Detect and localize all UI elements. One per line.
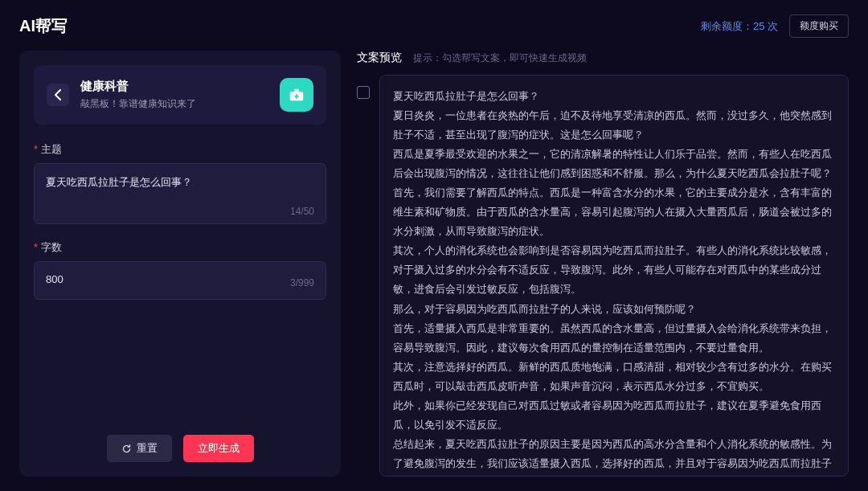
category-icon-badge	[280, 78, 313, 112]
category-card: 健康科普 敲黑板！靠谱健康知识来了	[34, 65, 326, 125]
chevron-left-icon	[54, 89, 62, 100]
words-value: 800	[46, 273, 63, 293]
words-counter: 3/999	[290, 277, 314, 288]
quota-info: 剩余额度：25 次	[701, 19, 778, 34]
preview-paragraph: 夏天吃西瓜拉肚子是怎么回事？	[393, 87, 835, 106]
topbar-right: 剩余额度：25 次 额度购买	[701, 14, 849, 38]
preview-paragraph: 西瓜是夏季最受欢迎的水果之一，它的清凉解暑的特性让人们乐于品尝。然而，有些人在吃…	[393, 145, 835, 183]
preview-paragraph: 那么，对于容易因为吃西瓜而拉肚子的人来说，应该如何预防呢？	[393, 300, 835, 319]
preview-paragraph: 首先，我们需要了解西瓜的特点。西瓜是一种富含水分的水果，它的主要成分是水，含有丰…	[393, 183, 835, 241]
svg-rect-1	[294, 89, 299, 92]
reset-label: 重置	[137, 441, 158, 456]
svg-rect-3	[294, 96, 299, 97]
words-input[interactable]: 800 3/999	[34, 261, 326, 300]
category-subtitle: 敲黑板！靠谱健康知识来了	[80, 97, 268, 111]
preview-text-box[interactable]: 夏天吃西瓜拉肚子是怎么回事？夏日炎炎，一位患者在炎热的午后，迫不及待地享受清凉的…	[379, 75, 849, 477]
preview-hint: 提示：勾选帮写文案，即可快速生成视频	[413, 51, 587, 65]
right-panel: 文案预览 提示：勾选帮写文案，即可快速生成视频 夏天吃西瓜拉肚子是怎么回事？夏日…	[354, 51, 849, 477]
left-actions: 重置 立即生成	[34, 435, 326, 462]
preview-paragraph: 其次，个人的消化系统也会影响到是否容易因为吃西瓜而拉肚子。有些人的消化系统比较敏…	[393, 241, 835, 299]
preview-title: 文案预览	[357, 51, 402, 65]
category-title: 健康科普	[80, 79, 268, 94]
preview-paragraph: 此外，如果你已经发现自己对西瓜过敏或者容易因为吃西瓜而拉肚子，建议在夏季避免食用…	[393, 396, 835, 435]
refresh-icon	[121, 444, 132, 454]
preview-paragraph: 夏日炎炎，一位患者在炎热的午后，迫不及待地享受清凉的西瓜。然而，没过多久，他突然…	[393, 106, 835, 145]
topic-label: 主题	[34, 142, 326, 157]
left-panel: 健康科普 敲黑板！靠谱健康知识来了 主题 夏天吃西瓜拉肚子是怎么回事？ 14/5…	[19, 51, 341, 477]
topic-value: 夏天吃西瓜拉肚子是怎么回事？	[46, 175, 314, 194]
topbar: AI帮写 剩余额度：25 次 额度购买	[19, 14, 849, 38]
quota-count: 25 次	[753, 20, 778, 32]
topic-counter: 14/50	[46, 206, 314, 217]
topic-input[interactable]: 夏天吃西瓜拉肚子是怎么回事？ 14/50	[34, 163, 326, 224]
medkit-icon	[288, 86, 305, 104]
select-checkbox[interactable]	[357, 86, 370, 99]
generate-button[interactable]: 立即生成	[183, 435, 254, 462]
quota-label: 剩余额度：	[701, 20, 753, 32]
words-label: 字数	[34, 240, 326, 255]
app-title: AI帮写	[19, 15, 68, 37]
reset-button[interactable]: 重置	[107, 435, 172, 462]
preview-paragraph: 总结起来，夏天吃西瓜拉肚子的原因主要是因为西瓜的高水分含量和个人消化系统的敏感性…	[393, 435, 835, 477]
back-button[interactable]	[47, 84, 69, 106]
preview-paragraph: 首先，适量摄入西瓜是非常重要的。虽然西瓜的含水量高，但过量摄入会给消化系统带来负…	[393, 319, 835, 358]
preview-paragraph: 其次，注意选择好的西瓜。新鲜的西瓜质地饱满，口感清甜，相对较少含有过多的水分。在…	[393, 358, 835, 396]
preview-header: 文案预览 提示：勾选帮写文案，即可快速生成视频	[354, 51, 849, 65]
buy-quota-button[interactable]: 额度购买	[789, 14, 849, 38]
